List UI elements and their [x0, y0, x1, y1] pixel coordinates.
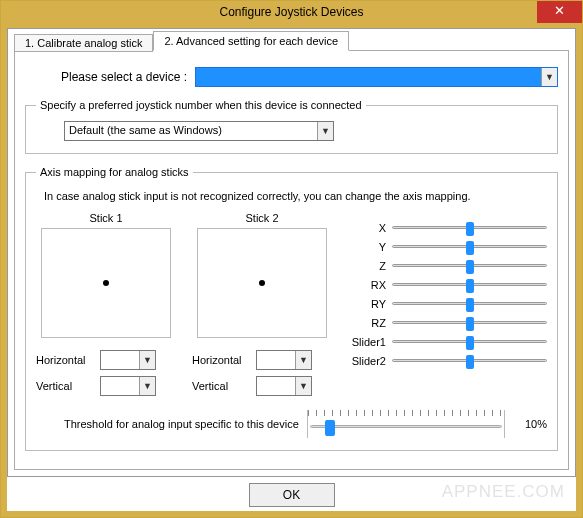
joystick-number-select[interactable]: Default (the same as Windows) ▼: [64, 121, 334, 141]
slider-thumb-icon: [466, 260, 474, 274]
window-title: Configure Joystick Devices: [1, 5, 582, 19]
stick2-dot-icon: [259, 280, 265, 286]
stick1-preview: [41, 228, 171, 338]
axis-slider[interactable]: [392, 259, 547, 273]
axis-slider-row: RZ: [342, 313, 547, 332]
axis-slider-row: Y: [342, 237, 547, 256]
axis-slider-row: RX: [342, 275, 547, 294]
axis-slider[interactable]: [392, 335, 547, 349]
tab-advanced[interactable]: 2. Advanced setting for each device: [153, 31, 349, 51]
axis-slider-label: RY: [342, 298, 386, 310]
axis-slider-row: X: [342, 218, 547, 237]
axis-mapping-group: Axis mapping for analog sticks In case a…: [25, 166, 558, 451]
axis-slider[interactable]: [392, 354, 547, 368]
axis-slider-row: RY: [342, 294, 547, 313]
slider-thumb-icon: [466, 355, 474, 369]
stick2-h-label: Horizontal: [192, 354, 250, 366]
axis-slider[interactable]: [392, 278, 547, 292]
slider-thumb-icon: [466, 279, 474, 293]
joystick-number-value: Default (the same as Windows): [65, 122, 317, 140]
stick1-header: Stick 1: [36, 212, 176, 224]
ok-button[interactable]: OK: [249, 483, 335, 507]
axis-slider-row: Slider2: [342, 351, 547, 370]
tabstrip: 1. Calibrate analog stick 2. Advanced se…: [14, 28, 569, 50]
window: Configure Joystick Devices ✕ 1. Calibrat…: [0, 0, 583, 518]
close-button[interactable]: ✕: [537, 1, 582, 23]
axis-mapping-legend: Axis mapping for analog sticks: [36, 166, 193, 178]
stick1-h-label: Horizontal: [36, 354, 94, 366]
titlebar: Configure Joystick Devices ✕: [1, 1, 582, 22]
axis-slider-row: Z: [342, 256, 547, 275]
threshold-slider[interactable]: [307, 410, 505, 438]
axis-slider[interactable]: [392, 221, 547, 235]
axis-slider-label: Y: [342, 241, 386, 253]
chevron-down-icon: ▼: [295, 351, 311, 369]
axis-note: In case analog stick input is not recogn…: [44, 190, 547, 202]
axis-slider[interactable]: [392, 240, 547, 254]
stick2-header: Stick 2: [192, 212, 332, 224]
chevron-down-icon: ▼: [541, 68, 557, 86]
axis-slider-label: Slider2: [342, 355, 386, 367]
axis-slider-label: Z: [342, 260, 386, 272]
slider-thumb-icon: [466, 222, 474, 236]
stick1-v-label: Vertical: [36, 380, 94, 392]
chevron-down-icon: ▼: [139, 377, 155, 395]
stick1-dot-icon: [103, 280, 109, 286]
chevron-down-icon: ▼: [295, 377, 311, 395]
client-area: 1. Calibrate analog stick 2. Advanced se…: [1, 22, 582, 517]
joystick-number-group: Specify a preferred joystick number when…: [25, 99, 558, 154]
slider-thumb-icon: [466, 298, 474, 312]
slider-thumb-icon: [466, 317, 474, 331]
axis-slider-label: RX: [342, 279, 386, 291]
device-select-value: [196, 68, 541, 86]
tab-body-advanced: Please select a device : ▼ Specify a pre…: [14, 50, 569, 470]
axis-slider[interactable]: [392, 316, 547, 330]
axis-slider-row: Slider1: [342, 332, 547, 351]
axis-slider-label: RZ: [342, 317, 386, 329]
threshold-thumb-icon: [325, 420, 335, 436]
stick2-v-label: Vertical: [192, 380, 250, 392]
axis-slider-label: Slider1: [342, 336, 386, 348]
slider-thumb-icon: [466, 241, 474, 255]
chevron-down-icon: ▼: [139, 351, 155, 369]
slider-thumb-icon: [466, 336, 474, 350]
axis-slider[interactable]: [392, 297, 547, 311]
axis-sliders: XYZRXRYRZSlider1Slider2: [342, 212, 547, 402]
stick2-h-select[interactable]: ▼: [256, 350, 312, 370]
chevron-down-icon: ▼: [317, 122, 333, 140]
joystick-number-legend: Specify a preferred joystick number when…: [36, 99, 366, 111]
device-select[interactable]: ▼: [195, 67, 558, 87]
axis-slider-label: X: [342, 222, 386, 234]
tab-calibrate[interactable]: 1. Calibrate analog stick: [14, 34, 153, 52]
stick1-v-select[interactable]: ▼: [100, 376, 156, 396]
stick1-h-select[interactable]: ▼: [100, 350, 156, 370]
stick2-v-select[interactable]: ▼: [256, 376, 312, 396]
threshold-label: Threshold for analog input specific to t…: [64, 418, 299, 430]
threshold-value: 10%: [513, 418, 547, 430]
button-bar: OK: [7, 477, 576, 511]
device-select-label: Please select a device :: [61, 70, 187, 84]
stick2-preview: [197, 228, 327, 338]
inner-panel: 1. Calibrate analog stick 2. Advanced se…: [7, 28, 576, 477]
